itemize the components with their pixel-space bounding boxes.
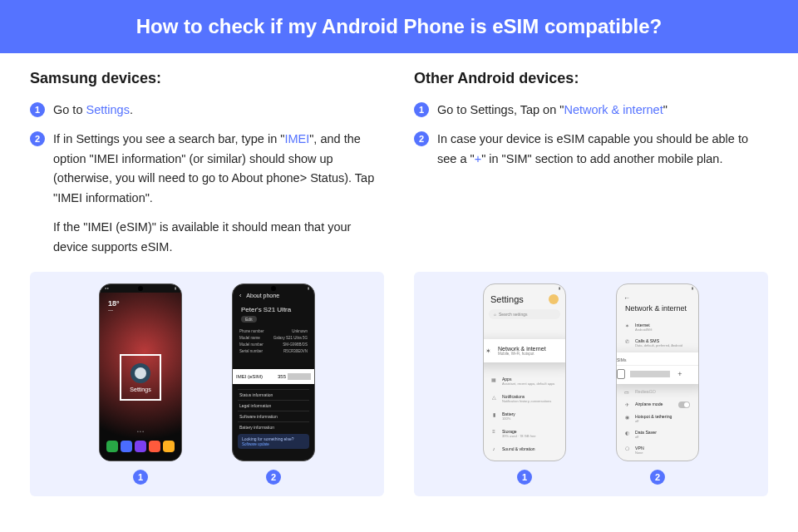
step-text: Go to Settings, Tap on "	[437, 103, 564, 116]
weather-widget: 18° —	[108, 299, 120, 313]
info-val: Galaxy S21 Ultra 5G	[273, 336, 308, 340]
step-body: If in Settings you see a search bar, typ…	[53, 130, 384, 257]
back-icon: ‹	[239, 293, 241, 298]
sim-icon	[617, 369, 625, 379]
info-key: Phone number	[239, 329, 264, 333]
step-text: If the "IMEI (eSIM)" is available it sho…	[53, 218, 384, 257]
screen-title: About phone	[246, 293, 279, 298]
sims-label: SIMs	[617, 357, 698, 362]
settings-link[interactable]: Settings	[86, 103, 130, 116]
plus-link[interactable]: +	[475, 152, 481, 165]
other-column: Other Android devices: 1 Go to Settings,…	[414, 70, 768, 267]
imei-esim-highlight: IMEI (eSIM) 355	[232, 369, 315, 384]
about-secondary-list: Status information Legal information Sof…	[238, 389, 309, 432]
dock-app-icon	[121, 441, 132, 452]
looking-sub: Software update	[242, 442, 305, 446]
looking-for-card: Looking for something else? Software upd…	[238, 434, 309, 449]
list-item-sub: AndroidWifi	[635, 328, 652, 332]
samsung-phone-home: ●●▮ 18° — Settings • • •	[99, 283, 182, 461]
device-name: Peter's S21 Ultra	[241, 306, 291, 313]
step-number-badge: 1	[30, 102, 45, 117]
list-item: Status information	[238, 389, 309, 400]
search-placeholder: Search settings	[499, 312, 527, 317]
info-val: R5CR30E0VN	[283, 349, 308, 353]
looking-title: Looking for something else?	[242, 436, 305, 441]
step-number-badge: 2	[30, 131, 45, 146]
caption-badge: 1	[517, 470, 532, 485]
network-internet-title: Network & internet	[625, 304, 687, 313]
list-item-title: Airplane mode	[635, 401, 663, 406]
step-text: If in Settings you see a search bar, typ…	[53, 132, 284, 145]
vpn-icon: ⎔	[623, 446, 630, 451]
settings-icon-highlight: Settings	[120, 354, 161, 401]
imei-prefix: 355	[278, 374, 286, 379]
hotspot-icon: ◉	[623, 414, 630, 420]
network-internet-card: ✶ Network & internet Mobile, Wi-Fi, hots…	[483, 339, 566, 362]
settings-title: Settings	[490, 294, 524, 304]
imei-link[interactable]: IMEI	[284, 132, 309, 145]
step-body: In case your device is eSIM capable you …	[437, 130, 768, 169]
info-val: Unknown	[292, 329, 308, 333]
storage-icon: ≡	[490, 429, 497, 436]
list-item-sub: off	[635, 435, 657, 439]
instructions-columns: Samsung devices: 1 Go to Settings. 2 If …	[0, 53, 798, 267]
other-step-2: 2 In case your device is eSIM capable yo…	[414, 130, 768, 169]
sims-card-highlight: SIMs +	[616, 352, 699, 384]
list-item-sub: off	[635, 419, 672, 423]
card-title: Network & internet	[498, 346, 546, 352]
card-subtitle: Mobile, Wi-Fi, hotspot	[498, 352, 546, 356]
android-phone-network: ▮ ← Network & internet ✶InternetAndroidW…	[616, 283, 699, 461]
list-item-title: Sound & vibration	[502, 446, 534, 451]
back-icon: ←	[623, 294, 630, 302]
caption-badge: 1	[133, 470, 148, 485]
step-number-badge: 2	[414, 131, 429, 146]
screenshots-row: ●●▮ 18° — Settings • • •	[0, 272, 798, 496]
page-indicator: • • •	[100, 429, 181, 434]
imei-masked	[288, 373, 311, 380]
list-item: Legal information	[238, 400, 309, 411]
dock-app-icon	[135, 441, 146, 452]
android-phone-settings: ▮ Settings ⌕ Search settings ✶ Network &…	[483, 283, 566, 461]
info-key: Serial number	[239, 349, 263, 353]
other-screenshots: ▮ Settings ⌕ Search settings ✶ Network &…	[414, 272, 768, 496]
weather-temp: 18°	[108, 299, 120, 308]
samsung-screenshots: ●●▮ 18° — Settings • • •	[30, 272, 384, 496]
battery-icon: ▮	[490, 411, 497, 418]
list-item-sub: Data, default, preferred, Android	[635, 343, 682, 347]
caption-row: 1 2	[99, 470, 315, 485]
step-text: " in "SIM" section to add another mobile…	[481, 152, 722, 165]
info-key: Model name	[239, 336, 260, 340]
list-item-sub: 39% used · 78 GB free	[502, 434, 535, 438]
list-item: Battery information	[238, 421, 309, 432]
wifi-icon: ✶	[485, 347, 491, 355]
camera-notch	[138, 286, 143, 291]
list-item-title: RedteaGO	[635, 389, 656, 394]
notifications-icon: △	[490, 394, 497, 401]
phone-icon: ✆	[623, 338, 630, 344]
other-heading: Other Android devices:	[414, 70, 768, 87]
caption-row: 1 2	[483, 470, 699, 485]
toggle-icon	[678, 401, 690, 408]
samsung-phone-about: ▮ ‹ About phone Peter's S21 Ultra Edit P…	[232, 283, 315, 461]
search-settings-bar: ⌕ Search settings	[489, 309, 560, 319]
profile-avatar-icon	[549, 294, 559, 304]
sim-name-masked	[630, 371, 670, 377]
step-text: Go to	[53, 103, 86, 116]
wifi-icon: ✶	[623, 323, 630, 328]
apps-icon: ▦	[490, 377, 497, 383]
page-header: How to check if my Android Phone is eSIM…	[0, 0, 798, 53]
list-item-sub: None	[635, 451, 644, 455]
samsung-column: Samsung devices: 1 Go to Settings. 2 If …	[30, 70, 384, 267]
step-number-badge: 1	[414, 102, 429, 117]
caption-badge: 2	[266, 470, 281, 485]
device-info-list: Phone numberUnknown Model nameGalaxy S21…	[238, 328, 309, 354]
network-list-lower: ▭RedteaGO ✈Airplane mode ◉Hotspot & teth…	[623, 386, 693, 461]
samsung-steps: 1 Go to Settings. 2 If in Settings you s…	[30, 101, 384, 257]
sim-icon: ▭	[623, 389, 630, 395]
info-key: Model number	[239, 342, 264, 347]
network-internet-link[interactable]: Network & internet	[564, 103, 663, 116]
network-list: ✶InternetAndroidWifi ✆Calls & SMSData, d…	[623, 319, 693, 351]
list-item-sub: Notification history, conversations	[502, 399, 551, 403]
list-item-sub: Assistant, recent apps, default apps	[502, 382, 554, 386]
airplane-icon: ✈	[623, 401, 630, 407]
